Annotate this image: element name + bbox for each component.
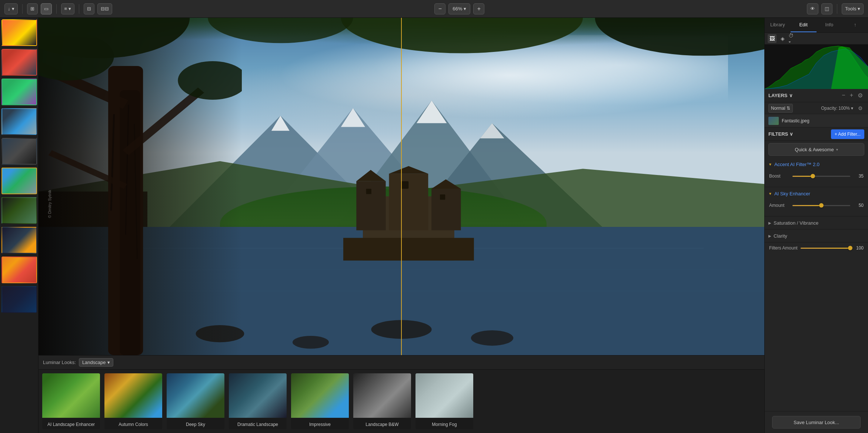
histogram-svg [765,44,868,89]
quick-awesome-chevron: ▾ [836,148,838,152]
tab-library[interactable]: Library [765,18,791,32]
quick-awesome-button[interactable]: Quick & Awesome ▾ [768,143,864,156]
filter-clarity-header[interactable]: ▶ Clarity [765,229,868,242]
import-icon: ↓ [8,6,10,11]
tab-library-label: Library [770,22,785,27]
filmstrip-thumb-2[interactable] [1,79,37,105]
image-view: © Dmitry Sytnik [39,18,764,355]
histogram-icon-photo[interactable]: 🖼 [768,34,777,43]
layers-remove-button[interactable]: − [840,91,847,100]
filters-amount-row: Filters Amount 100 [765,242,868,254]
svg-rect-36 [366,189,371,194]
look-name-ai-landscape: AI Landscape Enhancer [42,418,100,430]
single-view-button[interactable]: ▭ [41,3,52,14]
filter-saturation: ▶ Saturation / Vibrance [765,216,868,229]
right-panel-scroll[interactable]: 🖼 ◈ ⏱ ▾ LAY [765,33,868,411]
filters-amount-track[interactable] [801,248,850,249]
look-item-bw[interactable]: Landscape B&W [353,373,412,430]
filmstrip-thumb-3[interactable] [1,108,37,135]
save-luminar-look-button[interactable]: Save Luminar Look... [772,416,861,429]
blend-mode-dropdown[interactable]: Normal ⇅ [768,104,793,113]
filmstrip-thumb-6[interactable] [1,197,37,224]
split-view-button[interactable]: ⊟ [84,3,94,14]
look-name-autumn: Autumn Colors [104,418,162,430]
filter-accent-ai: ▼ Accent AI Filter™ 2.0 Boost 35 [765,158,868,187]
amount-value: 50 [853,203,864,208]
look-item-autumn[interactable]: Autumn Colors [104,373,163,430]
canvas-area: © Dmitry Sytnik Luminar Looks: Landscape… [39,18,764,433]
opacity-control: Opacity: 100% ▾ [821,106,853,111]
filter-accent-title: Accent AI Filter™ 2.0 [774,162,819,167]
look-item-fog[interactable]: Morning Fog [415,373,474,430]
tab-info-label: Info [825,22,834,27]
tab-share[interactable]: ↑ [842,18,868,32]
zoom-display[interactable]: 66% ▾ [448,3,470,14]
add-filter-button[interactable]: + Add Filter... [831,129,864,139]
layer-gear-button[interactable]: ⚙ [856,104,864,112]
tools-label: Tools ▾ [845,6,860,11]
svg-rect-29 [356,181,385,230]
tools-button[interactable]: Tools ▾ [842,3,864,14]
filmstrip-thumb-5[interactable] [1,168,37,194]
opacity-chevron: ▾ [851,106,853,111]
filmstrip [0,18,39,433]
looks-category-dropdown[interactable]: Landscape ▾ [79,358,113,367]
layers-chevron: ∨ [789,93,793,98]
look-item-dramatic[interactable]: Dramatic Landscape [228,373,287,430]
amount-slider-thumb[interactable] [819,203,824,208]
filter-sky-title: AI Sky Enhancer [774,191,810,196]
castle-area [343,166,474,261]
filters-title-text: FILTERS [768,131,788,137]
svg-marker-32 [356,170,385,182]
tree-svg [39,18,242,355]
opacity-value[interactable]: 100% [838,106,850,111]
zoom-in-button[interactable]: + [473,3,484,14]
look-item-ai-landscape[interactable]: AI Landscape Enhancer [41,373,101,430]
amount-label: Amount [769,203,789,208]
tab-edit[interactable]: Edit [791,18,817,32]
list-view-button[interactable]: ≡ ▾ [61,3,74,14]
compare-view-button[interactable]: ⊟⊟ [97,3,112,14]
layer-item-fantastic[interactable]: Fantastic.jpeg [765,114,868,128]
filter-clarity: ▶ Clarity [765,229,868,242]
blend-mode-arrows: ⇅ [787,106,790,111]
look-item-deep-sky[interactable]: Deep Sky [166,373,225,430]
filmstrip-thumb-9[interactable] [1,286,37,313]
layers-settings-button[interactable]: ⚙ [856,91,864,100]
look-name-bw: Landscape B&W [353,418,411,430]
panel-tabs: Library Edit Info ↑ [765,18,868,33]
boost-slider-fill [792,176,813,177]
filmstrip-thumb-8[interactable] [1,257,37,283]
layers-section-header: LAYERS ∨ − + ⚙ [765,89,868,102]
filter-saturation-header[interactable]: ▶ Saturation / Vibrance [765,216,868,229]
filter-accent-header[interactable]: ▼ Accent AI Filter™ 2.0 [765,158,868,171]
look-item-impressive[interactable]: Impressive [290,373,350,430]
preview-button[interactable]: 👁 [807,3,818,14]
zoom-out-button[interactable]: − [434,3,445,14]
tab-info[interactable]: Info [817,18,842,32]
import-button[interactable]: ↓ ▾ [4,3,18,14]
toolbar-separator-4 [837,4,837,14]
filmstrip-thumb-0[interactable] [1,19,37,46]
boost-slider-track[interactable] [792,176,850,177]
main-toolbar: ↓ ▾ ⊞ ▭ ≡ ▾ ⊟ ⊟⊟ − 66% ▾ + 👁 ◫ Tools ▾ [0,0,868,18]
tree-overlay [39,18,242,355]
histogram-icon-clock[interactable]: ⏱ ▾ [788,34,797,43]
filters-title: FILTERS ∨ [768,131,793,137]
filmstrip-thumb-4[interactable] [1,138,37,165]
filmstrip-thumb-7[interactable] [1,227,37,254]
filters-amount-thumb[interactable] [848,246,852,250]
grid-view-button[interactable]: ⊞ [27,3,38,14]
layer-name-fantastic: Fantastic.jpeg [782,118,864,123]
before-after-button[interactable]: ◫ [821,3,832,14]
filters-amount-label: Filters Amount [769,245,798,251]
histogram-icon-layers[interactable]: ◈ [778,34,787,43]
filter-sky-header[interactable]: ▼ AI Sky Enhancer [765,187,868,200]
filmstrip-thumb-1[interactable] [1,49,37,76]
layers-add-button[interactable]: + [848,91,855,100]
boost-slider-thumb[interactable] [811,174,815,178]
amount-slider-track[interactable] [792,205,850,206]
split-line[interactable] [401,18,402,355]
svg-marker-33 [431,179,461,189]
look-thumb-bw [353,373,411,418]
